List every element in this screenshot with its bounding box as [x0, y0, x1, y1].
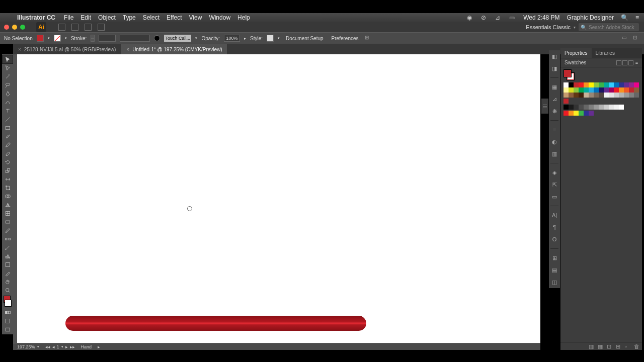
swatch[interactable]: [589, 111, 594, 116]
swatch[interactable]: [569, 111, 574, 116]
artboard-tool[interactable]: [3, 260, 13, 268]
chevron-down-icon[interactable]: ▾: [278, 36, 280, 40]
swatch[interactable]: [609, 87, 614, 93]
swatch[interactable]: [574, 111, 579, 116]
stroke-panel-icon[interactable]: ≡: [550, 126, 558, 134]
color-panel-icon[interactable]: ◧: [550, 52, 558, 60]
swatch[interactable]: [619, 87, 624, 93]
stroke-color[interactable]: [5, 300, 12, 307]
swatch[interactable]: [599, 82, 604, 87]
swatch[interactable]: [629, 82, 634, 87]
zoom-tool[interactable]: [3, 286, 13, 294]
curvature-tool[interactable]: [3, 98, 13, 106]
search-adobe-stock[interactable]: 🔍 Search Adobe Stock: [579, 23, 639, 31]
window-close[interactable]: [4, 25, 9, 30]
var-width-profile[interactable]: [120, 35, 150, 42]
swatch-view-list-icon[interactable]: [616, 60, 621, 65]
chevron-down-icon[interactable]: ▾: [195, 36, 197, 40]
fill-stroke-indicator[interactable]: [3, 295, 13, 308]
swatches-panel-icon[interactable]: ▦: [550, 83, 558, 91]
menu-view[interactable]: View: [189, 14, 202, 21]
pathfinder-panel-icon[interactable]: ◫: [550, 278, 558, 286]
swatch[interactable]: [574, 87, 579, 93]
swatch[interactable]: [594, 93, 599, 98]
delete-swatch-icon[interactable]: 🗑: [634, 343, 640, 349]
status-arrow-icon[interactable]: ▸: [98, 344, 100, 349]
panel-collapse-handle[interactable]: [541, 99, 548, 114]
swatch[interactable]: [589, 93, 594, 98]
swatch-kind-icon[interactable]: ▦: [598, 343, 604, 349]
swatch[interactable]: [584, 93, 589, 98]
swatch[interactable]: [619, 82, 624, 87]
paragraph-panel-icon[interactable]: ¶: [550, 223, 558, 231]
swatch[interactable]: [624, 87, 629, 93]
close-tab-icon[interactable]: ×: [126, 47, 129, 52]
symbol-sprayer-tool[interactable]: [3, 243, 13, 251]
swatch[interactable]: [584, 105, 589, 110]
notification-center-icon[interactable]: ≡: [635, 14, 639, 21]
mesh-tool[interactable]: [3, 209, 13, 217]
hand-tool[interactable]: [3, 278, 13, 286]
character-panel-icon[interactable]: A|: [550, 211, 558, 219]
artboard-nav[interactable]: ◂◂◂1▾▸▸▸: [45, 344, 75, 349]
swatch[interactable]: [584, 82, 589, 87]
rounded-rectangle-shape[interactable]: [65, 316, 366, 331]
swatch[interactable]: [609, 105, 614, 110]
transparency-panel-icon[interactable]: ▥: [550, 150, 558, 158]
bridge-icon[interactable]: [85, 24, 92, 31]
swatch[interactable]: [599, 93, 604, 98]
swatch[interactable]: [609, 93, 614, 98]
swatch[interactable]: [569, 105, 574, 110]
transform-panel-icon[interactable]: ▭: [622, 35, 629, 42]
swatch[interactable]: [619, 105, 624, 110]
preferences-button[interactable]: Preferences: [332, 36, 359, 41]
menu-help[interactable]: Help: [237, 14, 250, 21]
swatch[interactable]: [564, 111, 569, 116]
app-name[interactable]: Illustrator CC: [17, 14, 55, 21]
swatch-libraries-icon[interactable]: ▥: [589, 343, 595, 349]
type-tool[interactable]: [3, 107, 13, 115]
new-color-group-icon[interactable]: ⊞: [616, 343, 622, 349]
swatch[interactable]: [564, 93, 569, 98]
swatch[interactable]: [619, 93, 624, 98]
graphic-style-swatch[interactable]: [267, 35, 274, 42]
width-tool[interactable]: [3, 175, 13, 183]
chevron-down-icon[interactable]: ▾: [48, 36, 50, 40]
stroke-weight-input[interactable]: [99, 35, 116, 42]
menu-file[interactable]: File: [64, 14, 73, 21]
swatch[interactable]: [584, 87, 589, 93]
swatch[interactable]: [574, 93, 579, 98]
swatch[interactable]: [634, 82, 639, 87]
pencil-tool[interactable]: [3, 141, 13, 149]
tab-libraries[interactable]: Libraries: [592, 48, 619, 58]
align-panel-icon[interactable]: ▤: [550, 266, 558, 274]
swatch[interactable]: [604, 93, 609, 98]
swatch[interactable]: [614, 82, 619, 87]
swatch[interactable]: [599, 87, 604, 93]
menu-effect[interactable]: Effect: [167, 14, 182, 21]
change-screen-mode[interactable]: [3, 325, 13, 333]
swatch[interactable]: [564, 82, 569, 87]
panel-menu-icon[interactable]: ≡: [635, 60, 638, 65]
swatch[interactable]: [564, 87, 569, 93]
document-setup-button[interactable]: Document Setup: [286, 36, 324, 41]
new-swatch-icon[interactable]: ▫: [625, 343, 631, 349]
isolation-mode-icon[interactable]: ⊡: [633, 35, 640, 42]
rectangle-tool[interactable]: [3, 124, 13, 132]
swatch[interactable]: [624, 93, 629, 98]
swatch[interactable]: [589, 87, 594, 93]
touch-calligraphic[interactable]: Touch Call...: [164, 35, 191, 42]
screen-mode-icon[interactable]: [71, 24, 78, 31]
menu-select[interactable]: Select: [143, 14, 159, 21]
swatch-options-icon[interactable]: ⊡: [607, 343, 613, 349]
swatch[interactable]: [579, 111, 584, 116]
swatch[interactable]: [579, 93, 584, 98]
swatch[interactable]: [589, 105, 594, 110]
menu-type[interactable]: Type: [123, 14, 136, 21]
brush-definition[interactable]: [154, 35, 160, 41]
chevron-down-icon[interactable]: ▾: [574, 25, 576, 30]
shape-builder-tool[interactable]: [3, 192, 13, 200]
screen-mode-normal[interactable]: [3, 317, 13, 325]
swatch[interactable]: [594, 87, 599, 93]
artboard[interactable]: [17, 54, 540, 343]
